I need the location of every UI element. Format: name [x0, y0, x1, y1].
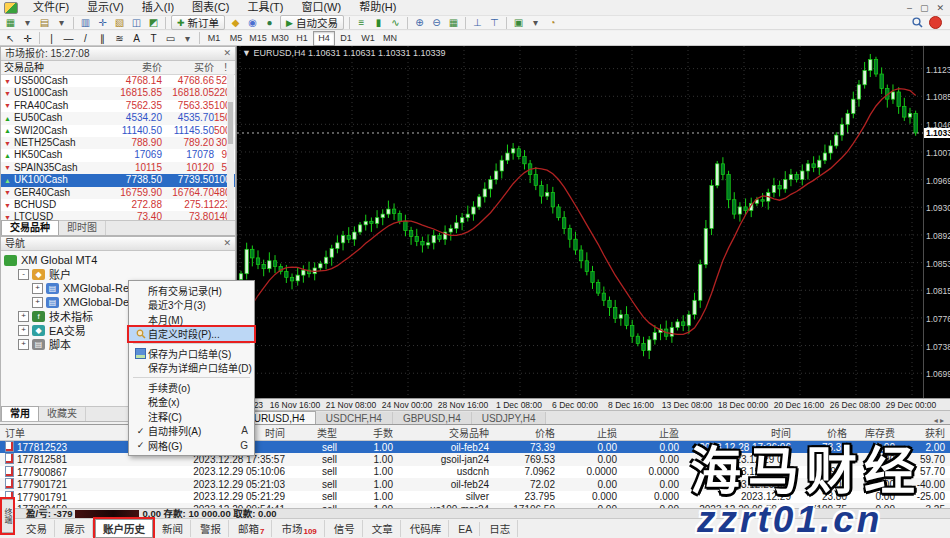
navigator-item[interactable]: XM Global MT4	[4, 253, 235, 267]
restore-icon[interactable]: ▢	[920, 3, 929, 13]
text-label-icon[interactable]: T	[145, 32, 162, 45]
expand-icon[interactable]: +	[18, 339, 29, 350]
terminal-tab-信号[interactable]: 信号	[327, 520, 363, 537]
close-icon[interactable]: ✕	[223, 237, 231, 250]
history-column-header[interactable]: 止损	[560, 425, 622, 441]
timeframe-h4[interactable]: H4	[313, 31, 335, 46]
terminal-side-tab[interactable]: 终端	[1, 499, 14, 533]
history-row[interactable]: 1779017912023.12.29 05:21:29sell1.00silv…	[0, 491, 950, 503]
expand-icon[interactable]: +	[32, 297, 43, 308]
history-row[interactable]: 1779017212023.12.29 05:21:03sell1.00oil-…	[0, 478, 950, 490]
metaeditor-icon[interactable]: ◆	[227, 16, 244, 29]
notification-icon[interactable]	[929, 16, 942, 29]
minimize-icon[interactable]: –	[907, 3, 912, 13]
terminal-tab-日志[interactable]: 日志	[482, 520, 518, 537]
navigator-item[interactable]: -◆账户	[4, 267, 235, 281]
history-column-header[interactable]: 类型	[290, 425, 342, 441]
history-column-header[interactable]: 订单	[0, 425, 104, 441]
history-row[interactable]: 1779008672023.12.29 05:10:06sell1.00usdc…	[0, 466, 950, 478]
market-watch-row[interactable]: ▼BCHUSD272.88275.11223	[1, 199, 235, 211]
market-watch-row[interactable]: ▲SWI20Cash11140.5011145.50500	[1, 125, 235, 137]
dropdown-arrow-icon[interactable]: ▾	[179, 32, 196, 45]
text-icon[interactable]: A	[128, 32, 145, 45]
indicators-icon[interactable]: ▣	[510, 16, 527, 29]
context-menu-item[interactable]: 所有交易记录(H)	[129, 283, 254, 298]
close-icon[interactable]: ✕	[223, 47, 231, 60]
market-watch-row[interactable]: ▼GER40Cash16759.9016764.70480	[1, 187, 235, 199]
menu-item[interactable]: 插入(I)	[133, 0, 183, 15]
history-column-header[interactable]: 价格	[494, 425, 560, 441]
context-menu-item[interactable]: 最近3个月(3)	[129, 298, 254, 313]
column-ask[interactable]: 买价	[162, 61, 214, 74]
context-menu-item[interactable]: 注释(C)	[129, 409, 254, 424]
market-watch-icon[interactable]: ▥	[77, 16, 94, 29]
timeframe-m15[interactable]: M15	[247, 31, 269, 46]
timeframe-m5[interactable]: M5	[225, 31, 247, 46]
profiles-icon[interactable]: ▤	[36, 16, 53, 29]
column-bid[interactable]: 卖价	[100, 61, 162, 74]
history-column-header[interactable]: 获利	[900, 425, 950, 441]
timeframe-mn[interactable]: MN	[379, 31, 401, 46]
terminal-icon[interactable]: ◫	[128, 16, 145, 29]
line-chart-icon[interactable]: ∿	[387, 16, 404, 29]
new-order-button[interactable]: ✚新订单	[171, 15, 225, 30]
dropdown-arrow-icon[interactable]: ▾	[53, 16, 70, 29]
shapes-icon[interactable]: ▭	[162, 32, 179, 45]
expand-icon[interactable]: +	[32, 283, 43, 294]
expand-icon[interactable]: +	[18, 325, 29, 336]
context-menu-item[interactable]: 手续费(o)	[129, 380, 254, 395]
close-icon[interactable]: ✕	[936, 3, 944, 13]
terminal-tab-文章[interactable]: 文章	[365, 520, 401, 537]
chart-dropdown-icon[interactable]: ▼	[242, 48, 251, 58]
terminal-tab-邮箱[interactable]: 邮箱7	[231, 520, 272, 537]
auto-trading-button[interactable]: ▶自动交易	[280, 15, 344, 30]
trendline-icon[interactable]: /	[77, 32, 94, 45]
market-watch-row[interactable]: ▼FRA40Cash7562.357563.35100	[1, 100, 235, 112]
market-watch-row[interactable]: ▲EU50Cash4534.204535.70150	[1, 112, 235, 124]
vertical-line-icon[interactable]: |	[43, 32, 60, 45]
menu-item[interactable]: 窗口(W)	[292, 0, 350, 15]
timeframe-m1[interactable]: M1	[203, 31, 225, 46]
market-watch-row[interactable]: ▼US100Cash16815.8516818.05220	[1, 87, 235, 99]
history-column-header[interactable]: 交易品种	[398, 425, 494, 441]
chart-window[interactable]: 1.112351.108501.104601.100751.096901.093…	[236, 46, 950, 398]
strategy-tester-icon[interactable]: ◩	[145, 16, 162, 29]
timeframe-h1[interactable]: H1	[291, 31, 313, 46]
history-column-header[interactable]: 价格	[796, 425, 852, 441]
crosshair-icon[interactable]: ✛	[19, 32, 36, 45]
terminal-tab-展示[interactable]: 展示	[57, 520, 93, 537]
market-watch-tab[interactable]: 交易品种	[1, 220, 59, 235]
market-watch-scrollbar[interactable]	[227, 74, 234, 222]
zoom-in-icon[interactable]: ⊕	[411, 16, 428, 29]
market-watch-tab[interactable]: 即时图	[59, 221, 106, 235]
terminal-tab-账户历史[interactable]: 账户历史	[95, 519, 153, 538]
context-menu-item[interactable]: ✓网格(G)G	[129, 438, 254, 453]
horizontal-line-icon[interactable]: —	[60, 32, 77, 45]
candlestick-icon[interactable]: ▮	[370, 16, 387, 29]
candlestick-chart[interactable]	[237, 46, 923, 398]
bar-chart-icon[interactable]: ≡	[353, 16, 370, 29]
context-menu-item[interactable]: ✓自动排列(A)A	[129, 424, 254, 439]
arrange-up-icon[interactable]: ⊥	[469, 16, 486, 29]
market-watch-row[interactable]: ▼NETH25Cash788.90789.2030	[1, 137, 235, 149]
context-menu-item[interactable]: 税金(x)	[129, 395, 254, 410]
dropdown-arrow-icon[interactable]: ▾	[527, 16, 544, 29]
market-watch-row[interactable]: ▲UK100Cash7738.507739.50100	[1, 174, 235, 186]
market-watch-row[interactable]: ▼US500Cash4768.144768.6652	[1, 75, 235, 87]
history-column-header[interactable]: 手数	[342, 425, 398, 441]
terminal-tab-市场[interactable]: 市场109	[274, 520, 324, 537]
history-column-header[interactable]: 止盈	[622, 425, 684, 441]
cursor-icon[interactable]: ↖	[2, 32, 19, 45]
market-watch-row[interactable]: ▼SPAIN35Cash10115101205	[1, 162, 235, 174]
history-column-header[interactable]: 时间	[684, 425, 796, 441]
channel-icon[interactable]: ∥	[94, 32, 111, 45]
context-menu-item[interactable]: 自定义时段(P)...	[129, 327, 254, 342]
globe-icon[interactable]: ●	[261, 16, 278, 29]
menu-item[interactable]: 图表(C)	[183, 0, 238, 15]
navigator-tab[interactable]: 收藏夹	[39, 407, 86, 421]
terminal-tab-交易[interactable]: 交易	[19, 520, 55, 537]
templates-icon[interactable]: ◔	[544, 16, 561, 29]
dropdown-arrow-icon[interactable]: ▾	[19, 16, 36, 29]
menu-item[interactable]: 工具(T)	[238, 0, 292, 15]
terminal-tab-警报[interactable]: 警报	[193, 520, 229, 537]
